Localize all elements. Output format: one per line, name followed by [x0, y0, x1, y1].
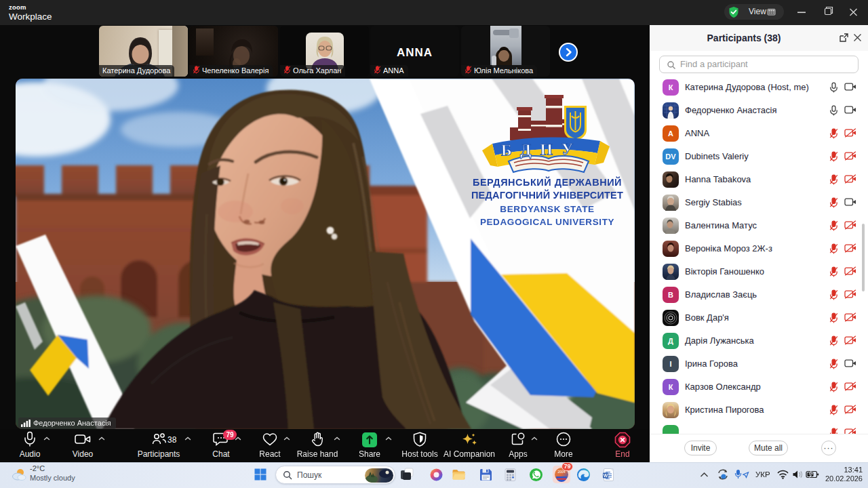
svg-text:БЕРДЯНСЬКИЙ ДЕРЖАВНИЙ: БЕРДЯНСЬКИЙ ДЕРЖАВНИЙ — [473, 176, 622, 188]
svg-text:БДПУ: БДПУ — [501, 140, 583, 159]
svg-text:ПЕДАГОГІЧНИЙ УНІВЕРСИТЕТ: ПЕДАГОГІЧНИЙ УНІВЕРСИТЕТ — [471, 189, 623, 201]
svg-text:PEDAGOGICAL UNIVERSITY: PEDAGOGICAL UNIVERSITY — [480, 217, 614, 227]
svg-text:W: W — [604, 473, 608, 478]
svg-text:BERDYANSK STATE: BERDYANSK STATE — [500, 204, 594, 214]
